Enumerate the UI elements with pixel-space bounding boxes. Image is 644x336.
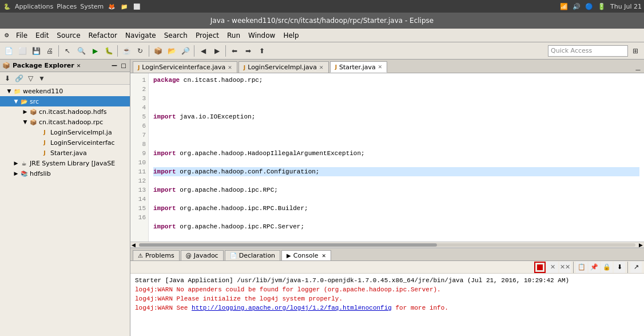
tab-java-icon-1: J	[138, 65, 140, 70]
remove-all-button[interactable]: ✕✕	[559, 262, 571, 273]
login-interface-label: LoginServiceinterfac	[50, 139, 115, 147]
run-button[interactable]: ▶	[89, 45, 101, 57]
console-link[interactable]: http://logging.apache.org/log4j/1.2/faq.…	[192, 305, 392, 311]
open-console-button[interactable]: ↗	[630, 262, 642, 273]
editor-scrollbar[interactable]: ◀ ▶	[130, 242, 644, 247]
toolbar-btn-forward[interactable]: ➡	[242, 45, 255, 57]
tab-starter[interactable]: J Starter.java ✕	[330, 61, 388, 73]
expand-arrow-hdfs[interactable]: ▶	[22, 109, 29, 114]
maximize-icon[interactable]: □	[120, 62, 128, 70]
toolbar-btn-next[interactable]: ▶	[210, 45, 223, 57]
tab-declaration[interactable]: 📄 Declaration	[225, 250, 280, 260]
toolbar-btn-open-res[interactable]: 📂	[165, 45, 178, 57]
tab-problems[interactable]: ⚠ Problems	[133, 250, 180, 260]
menu-refactor[interactable]: Refactor	[85, 30, 121, 41]
java-file-starter-icon: J	[40, 148, 49, 157]
console-close-icon[interactable]: ✕	[321, 253, 326, 259]
battery-icon: 🔋	[598, 3, 606, 10]
explorer-link-btn[interactable]: 🔗	[14, 73, 24, 84]
print-button[interactable]: 🖨	[43, 45, 56, 57]
code-content[interactable]: package cn.itcast.hadoop.rpc; import jav…	[149, 73, 644, 242]
menu-navigate[interactable]: Navigate	[122, 30, 160, 41]
toolbar-btn-last[interactable]: ⬆	[256, 45, 268, 57]
tree-item-hdfs-pkg[interactable]: ▶ 📦 cn.itcast.hadoop.hdfs	[0, 106, 130, 117]
menu-search[interactable]: Search	[161, 30, 191, 41]
bottom-panel: ⚠ Problems @ Javadoc 📄 Declaration ▶ Con…	[130, 247, 644, 336]
menu-edit[interactable]: Edit	[32, 30, 52, 41]
toolbar-btn-new-java[interactable]: ☕	[120, 45, 133, 57]
system-menu[interactable]: System	[80, 3, 104, 10]
expand-arrow-jre[interactable]: ▶	[13, 160, 19, 166]
toolbar-btn-prev[interactable]: ◀	[197, 45, 209, 57]
stop-icon	[537, 264, 543, 270]
starter-label: Starter.java	[50, 149, 87, 157]
tab-close-1[interactable]: ✕	[228, 65, 232, 70]
perspectives-button[interactable]: ⊞	[629, 45, 642, 57]
tab-close-3[interactable]: ✕	[378, 64, 383, 70]
toolbar-btn-search2[interactable]: 🔎	[179, 45, 192, 57]
package-hdfs-icon: 📦	[29, 107, 38, 116]
separator-1	[58, 45, 59, 57]
collapse-icon[interactable]: —	[110, 62, 118, 70]
debug-button[interactable]: 🐛	[102, 45, 115, 57]
toolbar-btn-refresh[interactable]: ↻	[134, 45, 146, 57]
menu-project[interactable]: Project	[192, 30, 222, 41]
paste-button[interactable]: 📌	[589, 262, 600, 273]
files-icon: 📁	[120, 2, 129, 11]
scroll-right-btn[interactable]: ▶	[638, 242, 644, 248]
tab-close-2[interactable]: ✕	[319, 65, 324, 70]
scroll-end-button[interactable]: ⬇	[614, 262, 625, 273]
places-menu[interactable]: Places	[57, 3, 77, 10]
tree-item-weekend110[interactable]: ▼ 📁 weekend110	[0, 86, 130, 96]
tab-login-interface[interactable]: J LoginServiceinterface.java ✕	[133, 61, 237, 73]
declaration-icon: 📄	[230, 252, 237, 259]
tree-item-login-impl[interactable]: J LoginServiceImpl.ja	[0, 127, 130, 137]
menu-source[interactable]: Source	[53, 30, 84, 41]
stop-button[interactable]	[534, 262, 546, 273]
explorer-collapse-btn[interactable]: ⬇	[2, 73, 13, 84]
toolbar-btn-open-type[interactable]: 📦	[152, 45, 164, 57]
code-editor[interactable]: 12345 678910 1112131415 16 package cn.it…	[130, 73, 644, 242]
network-icon: 📶	[560, 3, 568, 10]
tab-login-impl[interactable]: J LoginServiceImpl.java ✕	[238, 61, 329, 73]
expand-arrow-src[interactable]: ▼	[13, 98, 19, 104]
tab-javadoc[interactable]: @ Javadoc	[181, 250, 224, 260]
new-button[interactable]: 📄	[2, 45, 15, 57]
tree-item-starter[interactable]: J Starter.java	[0, 148, 130, 158]
project-tree: ▼ 📁 weekend110 ▼ 📂 src ▶ 📦 cn.itcast.had…	[0, 85, 130, 336]
toolbar-btn-history[interactable]: ⬅	[228, 45, 241, 57]
menu-file[interactable]: File	[13, 30, 31, 41]
tree-item-jre[interactable]: ▶ ☕ JRE System Library [JavaSE	[0, 158, 130, 168]
editor-minimize-icon[interactable]: —	[634, 67, 642, 73]
scroll-lock-button[interactable]: 🔒	[601, 262, 613, 273]
search-button[interactable]: 🔍	[75, 45, 88, 57]
applications-menu[interactable]: Applications	[15, 3, 53, 10]
clock: Thu Jul 21	[610, 3, 642, 10]
save-button[interactable]: 💾	[30, 45, 42, 57]
quick-access-input[interactable]: Quick Access	[548, 45, 628, 57]
tree-item-login-interface[interactable]: J LoginServiceinterfac	[0, 137, 130, 148]
expand-arrow-hdfslib[interactable]: ▶	[13, 171, 19, 176]
select-button[interactable]: ↖	[61, 45, 74, 57]
menu-window[interactable]: Window	[245, 30, 279, 41]
expand-arrow-rpc[interactable]: ▼	[22, 119, 29, 125]
window-title: Java - weekend110/src/cn/itcast/hadoop/r…	[210, 17, 434, 25]
scroll-left-btn[interactable]: ◀	[130, 242, 137, 248]
tree-item-src[interactable]: ▼ 📂 src	[0, 96, 130, 106]
explorer-filter-btn[interactable]: ▽	[25, 73, 35, 84]
menu-run[interactable]: Run	[224, 30, 244, 41]
console-line-3: log4j:WARN Please initialize the log4j s…	[135, 294, 639, 303]
expand-arrow-weekend110[interactable]: ▼	[6, 88, 13, 94]
tab-console[interactable]: ▶ Console ✕	[281, 250, 331, 260]
toolbar-btn-2[interactable]: ⬜	[16, 45, 29, 57]
terminate-button[interactable]: ✕	[547, 262, 558, 273]
tree-item-rpc-pkg[interactable]: ▼ 📦 cn.itcast.hadoop.rpc	[0, 117, 130, 127]
main-area: 📦 Package Explorer ✕ — □ ⬇ 🔗 ▽ ▼ ▼ 📁 wee…	[0, 60, 644, 336]
menu-help[interactable]: Help	[280, 30, 302, 41]
separator-4	[194, 45, 194, 57]
tree-item-hdfslib[interactable]: ▶ 📚 hdfslib	[0, 168, 130, 179]
tab-declaration-label: Declaration	[239, 252, 275, 259]
firefox-icon: 🦊	[107, 2, 116, 11]
explorer-menu-btn[interactable]: ▼	[37, 73, 47, 84]
copy-button[interactable]: 📋	[576, 262, 587, 273]
